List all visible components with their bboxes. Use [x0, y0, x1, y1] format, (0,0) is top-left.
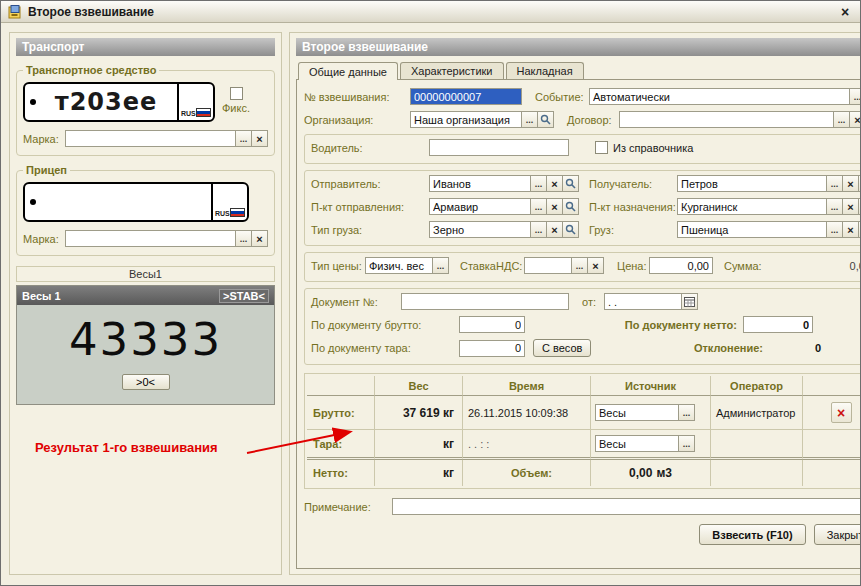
vehicle-marka-row: Марка: ... ×	[23, 130, 268, 147]
trailer-marka-clear-button[interactable]: ×	[251, 230, 268, 247]
price-input[interactable]	[649, 257, 713, 274]
sender-input[interactable]	[429, 175, 531, 192]
tare-source-ellipsis-button[interactable]: ...	[678, 435, 695, 452]
scale-display-header: Весы 1 >STAB<	[17, 286, 274, 305]
doc-date-label: от:	[582, 296, 604, 308]
organization-ellipsis-button[interactable]: ...	[521, 111, 538, 128]
receiver-clear-button[interactable]: ×	[842, 175, 859, 192]
doc-number-input[interactable]	[401, 293, 569, 310]
organization-input[interactable]	[410, 111, 522, 128]
cargo-type-ellipsis-button[interactable]: ...	[530, 221, 547, 238]
weighing-panel: Второе взвешивание Общие данные Характер…	[289, 32, 861, 575]
weighing-number-input[interactable]	[410, 88, 522, 105]
doc-date-input[interactable]	[604, 293, 682, 310]
doc-net-input[interactable]	[743, 316, 813, 333]
doc-date-calendar-button[interactable]	[681, 293, 698, 310]
fix-checkbox[interactable]	[230, 87, 243, 100]
trailer-marka-ellipsis-button[interactable]: ...	[235, 230, 252, 247]
delete-gross-button[interactable]: ×	[831, 402, 852, 423]
destination-clear-button[interactable]: ×	[842, 198, 859, 215]
trailer-license-plate[interactable]: RUS	[23, 182, 249, 222]
tare-operator-cell	[711, 430, 803, 460]
vehicle-license-plate[interactable]: т203ее RUS	[23, 82, 215, 122]
cargo-type-search-button[interactable]	[562, 221, 579, 238]
note-input[interactable]	[392, 498, 861, 515]
cargo-label: Груз:	[589, 224, 677, 236]
cargo-clear-button[interactable]: ×	[842, 221, 859, 238]
tab-characteristics[interactable]: Характеристики	[400, 62, 504, 79]
organization-search-button[interactable]	[537, 111, 554, 128]
gross-source-input[interactable]	[595, 404, 679, 421]
gross-actions-cell: ×	[803, 396, 861, 430]
vat-clear-button[interactable]: ×	[587, 257, 604, 274]
tare-weight-cell: кг	[375, 430, 463, 460]
receiver-ellipsis-button[interactable]: ...	[826, 175, 843, 192]
close-button[interactable]: Закрыть	[814, 524, 861, 545]
doc-gross-input[interactable]	[459, 316, 525, 333]
vat-ellipsis-button[interactable]: ...	[571, 257, 588, 274]
tab-general[interactable]: Общие данные	[298, 62, 398, 80]
weighing-results-table: Вес Время Источник Оператор Брутто: 37 6…	[304, 373, 861, 489]
sender-clear-button[interactable]: ×	[546, 175, 563, 192]
cargo-type-clear-button[interactable]: ×	[546, 221, 563, 238]
col-header-actions	[803, 376, 861, 396]
cargo-input[interactable]	[677, 221, 827, 238]
tare-source-cell: ...	[591, 430, 711, 460]
magnifier-icon	[565, 178, 576, 189]
sender-ellipsis-button[interactable]: ...	[530, 175, 547, 192]
departure-ellipsis-button[interactable]: ...	[530, 198, 547, 215]
doc-tare-input[interactable]	[459, 340, 525, 357]
cargo-type-input[interactable]	[429, 221, 531, 238]
cargo-ellipsis-button[interactable]: ...	[826, 221, 843, 238]
russia-flag-icon	[230, 208, 245, 217]
vehicle-marka-ellipsis-button[interactable]: ...	[235, 130, 252, 147]
col-header-operator: Оператор	[711, 376, 803, 396]
vehicle-marka-clear-button[interactable]: ×	[251, 130, 268, 147]
price-type-input[interactable]	[365, 257, 433, 274]
deviation-value: 0	[763, 342, 825, 354]
receiver-input[interactable]	[677, 175, 827, 192]
departure-clear-button[interactable]: ×	[546, 198, 563, 215]
trailer-marka-input[interactable]	[65, 230, 236, 247]
scale-zero-button[interactable]: >0<	[122, 374, 170, 390]
price-type-ellipsis-button[interactable]: ...	[432, 257, 449, 274]
driver-input[interactable]	[429, 139, 569, 156]
net-weight-cell: кг	[375, 460, 463, 486]
from-catalog-checkbox[interactable]	[595, 141, 608, 154]
destination-input[interactable]	[677, 198, 827, 215]
vehicle-plate-number: т203ее	[25, 84, 177, 120]
tab-page-general: № взвешивания: Событие: ... × Организаци…	[296, 79, 861, 569]
destination-ellipsis-button[interactable]: ...	[826, 198, 843, 215]
event-label: Событие:	[535, 91, 589, 103]
bottom-buttons: Взвесить (F10) Закрыть	[304, 524, 861, 545]
doc-gross-label: По документу брутто:	[311, 319, 459, 331]
scale-weight-value: 43333	[17, 309, 274, 371]
trailer-marka-label: Марка:	[23, 233, 65, 245]
weigh-button[interactable]: Взвесить (F10)	[699, 524, 805, 545]
tare-source-input[interactable]	[595, 435, 679, 452]
sender-search-button[interactable]	[562, 175, 579, 192]
col-header-source: Источник	[591, 376, 711, 396]
event-ellipsis-button[interactable]: ...	[849, 88, 861, 105]
from-scale-button[interactable]: С весов	[533, 339, 591, 357]
contract-ellipsis-button[interactable]: ...	[833, 111, 850, 128]
gross-source-ellipsis-button[interactable]: ...	[678, 404, 695, 421]
weighing-window: Второе взвешивание × Транспорт Транспорт…	[0, 0, 861, 586]
contract-input[interactable]	[619, 111, 834, 128]
sum-value: 0,00	[766, 260, 861, 272]
volume-value: 0,00	[629, 466, 652, 480]
doc-tare-label: По документу тара:	[311, 342, 459, 354]
departure-input[interactable]	[429, 198, 531, 215]
driver-label: Водитель:	[311, 142, 429, 154]
trailer-plate-number	[25, 184, 211, 220]
plate-bolt-icon	[30, 99, 36, 105]
tab-invoice[interactable]: Накладная	[506, 62, 584, 79]
departure-label: П-кт отправления:	[311, 201, 429, 213]
contract-clear-button[interactable]: ×	[849, 111, 861, 128]
departure-search-button[interactable]	[562, 198, 579, 215]
vat-input[interactable]	[524, 257, 572, 274]
window-close-button[interactable]: ×	[837, 4, 853, 20]
vehicle-marka-input[interactable]	[65, 130, 236, 147]
event-input[interactable]	[589, 88, 850, 105]
gross-row-label: Брутто:	[307, 396, 375, 430]
